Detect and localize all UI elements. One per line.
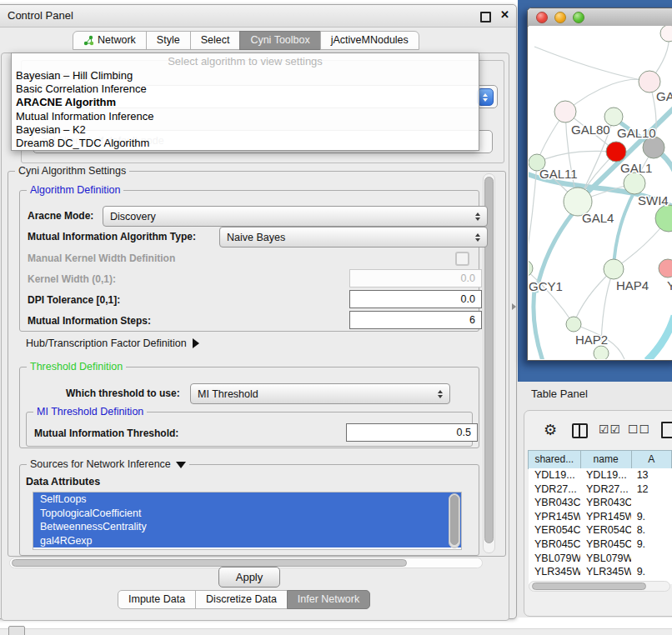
- kernel-width-field[interactable]: 0.0: [349, 269, 482, 288]
- dropdown-item[interactable]: Bayesian – K2: [12, 123, 479, 137]
- manual-kernel-width-checkbox[interactable]: [455, 252, 469, 266]
- tab-label: jActiveMNodules: [331, 34, 409, 46]
- dpi-tolerance-field[interactable]: 0.0: [349, 290, 482, 308]
- table-row[interactable]: YER054CYER054C8.: [529, 523, 672, 538]
- table-cell: YPR145W: [529, 510, 580, 524]
- table-row[interactable]: YBR045CYBR045C9.: [529, 538, 672, 552]
- export-table-icon[interactable]: [661, 422, 672, 438]
- tab-select[interactable]: Select: [190, 31, 241, 50]
- network-node[interactable]: [566, 317, 581, 332]
- network-edge[interactable]: [534, 284, 543, 359]
- network-node[interactable]: [660, 26, 672, 42]
- minimize-traffic-light-icon[interactable]: [554, 12, 566, 23]
- list-vertical-scrollbar-thumb[interactable]: [450, 495, 459, 545]
- network-node[interactable]: [604, 259, 624, 279]
- mi-steps-field[interactable]: 6: [349, 311, 482, 329]
- dropdown-item[interactable]: Basic Correlation Inference: [12, 82, 479, 96]
- network-canvas[interactable]: GALGAL80GAL10GAL11GAL1SWI4GAL4GCY1HAP4YH…: [529, 26, 672, 359]
- mi-algorithm-type-label: Mutual Information Algorithm Type:: [28, 231, 196, 242]
- close-window-icon[interactable]: ✕: [500, 8, 509, 21]
- network-edge[interactable]: [565, 79, 649, 112]
- tab-jactivemnodules[interactable]: jActiveMNodules: [320, 31, 419, 50]
- node-table: shared...nameA: [529, 450, 672, 469]
- settings-horizontal-scrollbar-thumb[interactable]: [12, 559, 407, 567]
- table-column-header[interactable]: shared...: [528, 450, 581, 469]
- table-cell: YLR345W: [580, 565, 631, 579]
- network-node[interactable]: [594, 346, 609, 359]
- table-cell: YBL079W: [529, 552, 580, 566]
- aracne-mode-value: Discovery: [110, 211, 156, 222]
- threshold-definition-label: Threshold Definition: [27, 361, 126, 372]
- hub-transcription-factor-expander[interactable]: Hub/Transcription Factor Definition: [26, 338, 199, 349]
- network-node-label: Y: [667, 278, 672, 292]
- settings-gear-icon[interactable]: ⚙: [544, 421, 557, 439]
- control-panel-window: Control Panel ✕ NetworkStyleSelectCyni T…: [0, 4, 517, 619]
- collapsed-panel-icon[interactable]: [8, 626, 25, 635]
- aracne-mode-label: Aracne Mode:: [28, 210, 93, 222]
- dropdown-item[interactable]: ARACNE Algorithm: [12, 96, 479, 109]
- network-node[interactable]: [655, 205, 672, 232]
- tab-label: Impute Data: [128, 593, 185, 605]
- data-attribute-item[interactable]: SelfLoops: [33, 492, 461, 507]
- network-icon: [83, 35, 94, 46]
- tab-label: Infer Network: [298, 593, 359, 605]
- data-attribute-item[interactable]: gal4RGexp: [33, 534, 461, 548]
- table-row[interactable]: YBL079WYBL079W: [529, 552, 672, 566]
- network-node[interactable]: [529, 260, 533, 277]
- tab-impute-data[interactable]: Impute Data: [118, 590, 196, 609]
- table-horizontal-scrollbar-thumb[interactable]: [532, 582, 646, 590]
- combo-spinner-icon: [477, 88, 494, 106]
- data-attribute-item[interactable]: BetweennessCentrality: [33, 520, 461, 534]
- apply-button[interactable]: Apply: [218, 567, 280, 588]
- network-node-label: HAP4: [616, 278, 649, 292]
- aracne-mode-combobox[interactable]: Discovery: [103, 206, 488, 227]
- network-node[interactable]: [606, 142, 626, 162]
- tab-cyni-toolbox[interactable]: Cyni Toolbox: [239, 31, 320, 50]
- tab-style[interactable]: Style: [146, 31, 191, 50]
- select-all-checkboxes-icon[interactable]: ☑☑: [599, 422, 621, 436]
- split-divider-handle[interactable]: [512, 303, 516, 310]
- close-traffic-light-icon[interactable]: [536, 12, 548, 23]
- network-node[interactable]: [554, 101, 576, 122]
- mi-threshold-field[interactable]: 0.5: [346, 423, 478, 442]
- network-node[interactable]: [659, 259, 672, 278]
- table-row[interactable]: YBR043CYBR043C: [529, 496, 672, 510]
- combo-spinner-icon: [470, 233, 480, 242]
- network-node[interactable]: [624, 172, 645, 194]
- dropdown-item[interactable]: Dream8 DC_TDC Algorithm: [12, 137, 479, 150]
- float-window-icon[interactable]: [480, 12, 491, 22]
- tab-infer-network[interactable]: Infer Network: [287, 590, 370, 609]
- network-edge[interactable]: [534, 47, 649, 82]
- network-edge[interactable]: [614, 188, 636, 269]
- table-panel-title: Table Panel: [531, 388, 588, 400]
- table-row[interactable]: YPR145WYPR145W9.: [529, 510, 672, 524]
- dropdown-item[interactable]: Bayesian – Hill Climbing: [12, 69, 479, 82]
- table-cell: YDL19...: [580, 468, 631, 482]
- cyni-bottom-tabs: Impute DataDiscretize DataInfer Network: [118, 590, 370, 609]
- sources-label[interactable]: Sources for Network Inference: [27, 458, 189, 470]
- tab-label: Discretize Data: [206, 593, 277, 605]
- table-horizontal-scrollbar[interactable]: [529, 581, 670, 592]
- data-attribute-item[interactable]: TopologicalCoefficient: [33, 507, 461, 521]
- dropdown-item[interactable]: Mutual Information Inference: [12, 110, 479, 123]
- table-row[interactable]: YLR345WYLR345W9.: [529, 565, 672, 579]
- deselect-all-checkboxes-icon[interactable]: ☐☐: [628, 422, 650, 436]
- table-row[interactable]: YDR27...YDR27...12: [529, 482, 672, 497]
- table-column-header[interactable]: A: [631, 450, 672, 469]
- table-cell: 9.: [631, 538, 672, 552]
- mi-algorithm-type-combobox[interactable]: Naive Bayes: [219, 227, 488, 248]
- column-layout-icon[interactable]: [572, 423, 588, 438]
- network-node-label: GAL: [656, 89, 672, 103]
- list-vertical-scrollbar[interactable]: [449, 493, 460, 548]
- table-column-header[interactable]: name: [580, 450, 632, 469]
- tab-discretize-data[interactable]: Discretize Data: [195, 590, 288, 609]
- network-edge[interactable]: [537, 151, 616, 162]
- mi-threshold-label: Mutual Information Threshold:: [34, 428, 178, 439]
- node-table-header: shared...nameA: [529, 450, 672, 469]
- network-edge[interactable]: [647, 316, 672, 359]
- tab-network[interactable]: Network: [73, 31, 147, 50]
- table-cell: 9.: [631, 510, 672, 524]
- zoom-traffic-light-icon[interactable]: [573, 12, 584, 23]
- table-row[interactable]: YDL19...YDL19...13: [529, 468, 672, 482]
- which-threshold-combobox[interactable]: MI Threshold: [190, 383, 450, 404]
